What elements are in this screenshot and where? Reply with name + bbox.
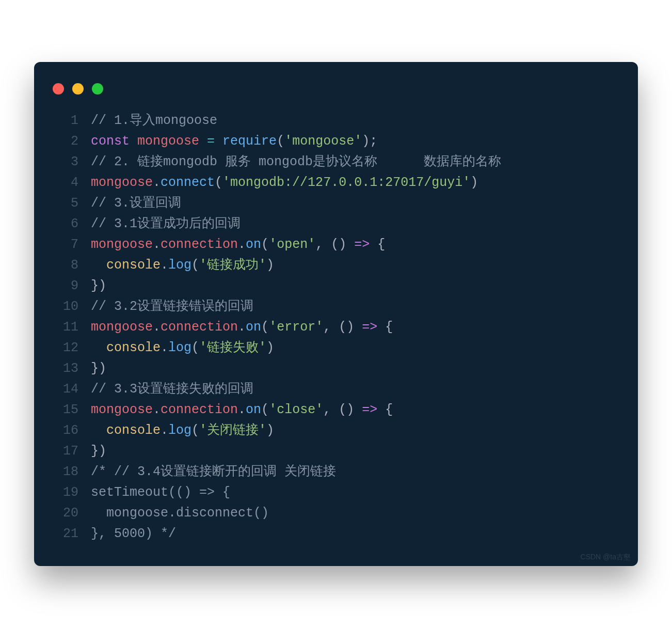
code-token: // 3.1设置成功后的回调 <box>91 216 241 231</box>
line-content: }) <box>91 276 617 296</box>
line-content: console.log('链接成功') <box>91 255 617 276</box>
code-token: '关闭链接' <box>199 423 266 438</box>
line-content: mongoose.disconnect() <box>91 503 617 524</box>
code-line: 13}) <box>44 358 617 379</box>
code-token: mongoose <box>91 320 153 335</box>
line-content: setTimeout(() => { <box>91 482 617 503</box>
code-token: 'mongoose' <box>284 134 362 149</box>
code-token: 'open' <box>269 237 315 252</box>
code-token: mongoose <box>91 402 153 417</box>
code-token: ( <box>191 423 199 438</box>
code-token: mongoose <box>137 134 199 149</box>
code-token: on <box>246 402 261 417</box>
code-token: 'close' <box>269 402 323 417</box>
code-line: 18/* // 3.4设置链接断开的回调 关闭链接 <box>44 462 617 482</box>
line-number: 11 <box>44 317 91 338</box>
code-line: 21}, 5000) */ <box>44 524 617 544</box>
code-line: 6// 3.1设置成功后的回调 <box>44 214 617 234</box>
code-line: 10// 3.2设置链接错误的回调 <box>44 296 617 317</box>
close-dot[interactable] <box>53 83 64 95</box>
code-token: . <box>153 237 161 252</box>
code-token: 'mongodb://127.0.0.1:27017/guyi' <box>222 175 470 190</box>
code-token: 'error' <box>269 320 323 335</box>
code-token: log <box>168 340 191 355</box>
line-content: // 2. 链接mongodb 服务 mongodb是协议名称 数据库的名称 <box>91 152 617 172</box>
line-content: // 3.设置回调 <box>91 193 617 214</box>
code-token: => <box>354 237 370 252</box>
code-token: on <box>246 237 261 252</box>
code-token: }) <box>91 361 106 376</box>
line-content: // 3.1设置成功后的回调 <box>91 214 617 234</box>
code-token: mongoose <box>91 237 153 252</box>
line-content: }) <box>91 441 617 462</box>
code-token: ( <box>191 340 199 355</box>
code-token: ( <box>277 134 284 149</box>
code-token: log <box>168 423 191 438</box>
code-token: console <box>106 340 161 355</box>
code-line: 19setTimeout(() => { <box>44 482 617 503</box>
code-line: 17}) <box>44 441 617 462</box>
code-token: connection <box>161 237 238 252</box>
code-window: 1// 1.导入mongoose2const mongoose = requir… <box>34 62 638 566</box>
minimize-dot[interactable] <box>72 83 84 95</box>
line-content: mongoose.connect('mongodb://127.0.0.1:27… <box>91 172 617 193</box>
code-line: 3// 2. 链接mongodb 服务 mongodb是协议名称 数据库的名称 <box>44 152 617 172</box>
code-token: . <box>238 402 246 417</box>
line-number: 12 <box>44 338 91 358</box>
code-token <box>215 134 222 149</box>
code-line: 1// 1.导入mongoose <box>44 111 617 131</box>
code-line: 14// 3.3设置链接失败的回调 <box>44 379 617 400</box>
line-number: 19 <box>44 482 91 503</box>
code-token: // 3.设置回调 <box>91 196 181 211</box>
line-number: 2 <box>44 131 91 152</box>
code-token: { <box>377 320 393 335</box>
code-token: console <box>106 423 161 438</box>
line-number: 6 <box>44 214 91 234</box>
code-token: ( <box>261 237 269 252</box>
code-token: => <box>362 320 377 335</box>
line-number: 21 <box>44 524 91 544</box>
code-line: 15mongoose.connection.on('close', () => … <box>44 400 617 420</box>
line-number: 20 <box>44 503 91 524</box>
line-number: 17 <box>44 441 91 462</box>
code-token: ( <box>261 320 269 335</box>
code-token <box>91 423 106 438</box>
code-token <box>130 134 137 149</box>
code-token: connection <box>161 320 238 335</box>
code-line: 4mongoose.connect('mongodb://127.0.0.1:2… <box>44 172 617 193</box>
zoom-dot[interactable] <box>92 83 103 95</box>
code-token: ) <box>470 175 478 190</box>
line-content: mongoose.connection.on('close', () => { <box>91 400 617 420</box>
code-token: { <box>377 402 393 417</box>
code-token: , () <box>315 237 354 252</box>
code-line: 8 console.log('链接成功') <box>44 255 617 276</box>
code-line: 9}) <box>44 276 617 296</box>
code-token: mongoose <box>91 175 153 190</box>
line-content: console.log('关闭链接') <box>91 420 617 441</box>
line-number: 1 <box>44 111 91 131</box>
code-token: }) <box>91 444 106 459</box>
code-token: => <box>362 402 377 417</box>
code-token: // 3.3设置链接失败的回调 <box>91 382 253 397</box>
titlebar <box>34 76 638 101</box>
line-content: console.log('链接失败') <box>91 338 617 358</box>
line-number: 18 <box>44 462 91 482</box>
code-token: ) <box>266 423 274 438</box>
line-content: mongoose.connection.on('open', () => { <box>91 234 617 255</box>
line-number: 8 <box>44 255 91 276</box>
code-line: 5// 3.设置回调 <box>44 193 617 214</box>
code-token: require <box>222 134 277 149</box>
code-token: // 3.2设置链接错误的回调 <box>91 299 253 314</box>
line-number: 9 <box>44 276 91 296</box>
line-number: 3 <box>44 152 91 172</box>
code-token: '链接成功' <box>199 258 266 273</box>
line-content: // 1.导入mongoose <box>91 111 617 131</box>
code-token: ) <box>266 340 274 355</box>
code-token <box>199 134 207 149</box>
code-token: ( <box>215 175 222 190</box>
code-token: . <box>161 340 168 355</box>
code-line: 16 console.log('关闭链接') <box>44 420 617 441</box>
code-token: ( <box>191 258 199 273</box>
code-token: // 1.导入mongoose <box>91 113 217 128</box>
code-token: ) <box>266 258 274 273</box>
